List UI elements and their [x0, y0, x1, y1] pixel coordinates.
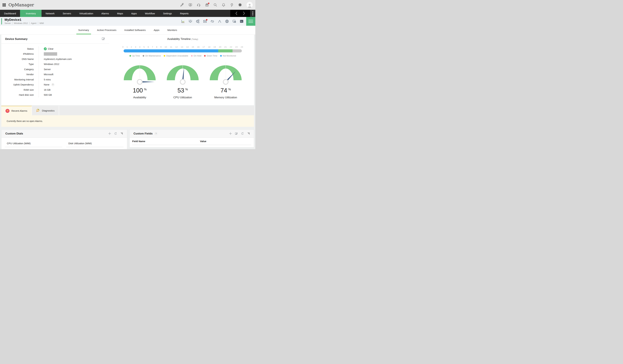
legend-on-maintenance: On Maintenance	[143, 55, 161, 57]
presentation-play-icon[interactable]	[188, 3, 192, 7]
nav-item-network[interactable]: Network	[42, 10, 59, 17]
nav-item-servers[interactable]: Servers	[59, 10, 75, 17]
fields-table-divider	[132, 145, 251, 145]
legend-dependent-unavailable: Dependent Unavailable	[164, 55, 188, 57]
timeline-legend: Up Time On Maintenance Dependent Unavail…	[111, 55, 254, 57]
nav-item-maps[interactable]: Maps	[113, 10, 127, 17]
availability-label: Availability	[122, 96, 158, 99]
timeline-axis: 0123456789101112131415161718192021222324	[122, 46, 243, 48]
nav-item-reports[interactable]: Reports	[176, 10, 193, 17]
summary-row-status: Status Clear	[1, 46, 109, 51]
uplink-help-icon[interactable]: ?	[51, 83, 54, 86]
gift-icon[interactable]	[205, 3, 209, 7]
headset-icon[interactable]	[197, 3, 200, 7]
legend-up-time: Up Time	[130, 55, 140, 57]
ip-redacted-box	[44, 52, 57, 56]
device-summary-title: Device Summary	[5, 38, 27, 41]
custom-fields-help-icon[interactable]: ?	[155, 132, 157, 135]
legend-not-monitored: Not Monitored	[220, 55, 236, 57]
custom-fields-header: Custom Fields ?	[130, 129, 254, 138]
add-field-icon[interactable]	[229, 132, 232, 135]
cpu-label: CPU Utilization	[165, 96, 201, 99]
nav-item-dashboard[interactable]: Dashboard	[0, 10, 20, 17]
performance-graph-icon[interactable]	[181, 19, 185, 23]
plug-icon[interactable]	[230, 3, 234, 7]
summary-row-ram: RAM size 16 GB	[1, 87, 109, 92]
tab-active-processes[interactable]: Active Processes	[97, 26, 116, 35]
nav-item-inventory[interactable]: Inventory	[20, 10, 42, 17]
rocket-icon[interactable]	[180, 3, 184, 7]
category-value: Server	[39, 67, 109, 72]
gear-icon[interactable]	[238, 3, 242, 7]
tab-monitors[interactable]: Monitors	[167, 26, 177, 35]
type-value: Windows 2012	[39, 62, 109, 67]
globe-icon[interactable]	[225, 19, 229, 23]
summary-row-type: Type Windows 2012	[1, 62, 109, 67]
recent-alarms-bell-icon	[5, 109, 9, 113]
device-summary-header: Device Summary	[1, 35, 109, 43]
gauge-row: 100% Availability 53% CPU Utilization	[111, 58, 254, 99]
expand-dials-icon[interactable]	[120, 132, 123, 135]
remote-desktop-icon[interactable]	[232, 19, 236, 23]
network-path-icon[interactable]	[218, 19, 222, 23]
nav-item-settings[interactable]: Settings	[159, 10, 176, 17]
alarms-empty-state: Currently there are no open Alarms.	[1, 115, 254, 127]
mail-icon[interactable]	[203, 19, 207, 23]
custom-dials-card: Custom Dials CPU Utilization (WMI) Disk …	[1, 129, 127, 149]
alarm-bell-icon[interactable]	[188, 19, 192, 23]
more-menu-icon[interactable]	[250, 10, 255, 17]
summary-row-vendor: Vendor Microsoft	[1, 72, 109, 77]
expand-fields-icon[interactable]	[247, 132, 250, 135]
memory-value: 74%	[208, 87, 244, 94]
chevron-right-icon[interactable]	[243, 11, 245, 16]
dial-disk-utilization-label: Disk Utilization (WMI)	[68, 142, 92, 145]
status-value: Clear	[48, 47, 54, 50]
bell-icon[interactable]	[222, 3, 225, 7]
custom-dials-header: Custom Dials	[1, 129, 127, 138]
device-accent-bar	[1, 18, 2, 24]
no-alarms-message: Currently there are no open Alarms.	[7, 120, 43, 122]
nav-item-alarms[interactable]: Alarms	[97, 10, 113, 17]
sync-loop-icon[interactable]	[210, 19, 214, 23]
alarm-tab-strip: Recent Alarms Diagnostics	[1, 106, 254, 115]
device-meta-category: Server	[4, 22, 12, 24]
timeline-subtitle: (Today)	[191, 38, 198, 40]
refresh-fields-icon[interactable]	[241, 132, 244, 135]
add-dial-icon[interactable]	[108, 132, 111, 135]
nav-item-virtualization[interactable]: Virtualization	[75, 10, 97, 17]
terminal-icon[interactable]	[240, 19, 244, 23]
chevron-left-icon[interactable]	[235, 11, 238, 16]
refresh-dials-icon[interactable]	[114, 132, 117, 135]
topbar-icon-group	[180, 2, 253, 8]
summary-row-category: Category Server	[1, 67, 109, 72]
tab-installed-softwares[interactable]: Installed Softwares	[124, 26, 146, 35]
availability-value: 100%	[122, 87, 158, 94]
device-tab-strip: Summary Active Processes Installed Softw…	[0, 26, 255, 35]
availability-panel: Availability Timeline (Today) 0123456789…	[111, 35, 254, 105]
uplink-value: None	[44, 83, 49, 86]
edit-device-summary-icon[interactable]	[102, 37, 105, 41]
alarms-section: Recent Alarms Diagnostics Currently ther…	[1, 106, 254, 127]
search-icon[interactable]	[213, 3, 217, 7]
nav-item-apps[interactable]: Apps	[127, 10, 141, 17]
workflow-icon[interactable]	[196, 19, 200, 23]
device-info: MyDevice1 Server Windows 2012 Agent WMI	[4, 17, 45, 26]
availability-timeline-bar[interactable]	[124, 49, 242, 52]
tab-diagnostics[interactable]: Diagnostics	[32, 106, 59, 115]
custom-fields-columns: Field Name Value	[130, 138, 254, 143]
edit-fields-icon[interactable]	[235, 132, 238, 135]
device-meta-type: Windows 2012	[12, 22, 29, 24]
custom-fields-body: Field Name Value	[130, 138, 254, 145]
apps-grid-icon[interactable]	[3, 3, 6, 6]
custom-dials-actions	[108, 132, 123, 135]
main-nav: Dashboard Inventory Network Servers Virt…	[0, 10, 255, 17]
user-avatar[interactable]	[246, 2, 253, 8]
tab-recent-alarms[interactable]: Recent Alarms	[1, 106, 32, 115]
product-logo: OpManager	[8, 2, 34, 7]
legend-on-hold: On Hold	[191, 55, 201, 57]
tab-summary[interactable]: Summary	[78, 26, 89, 35]
monitoring-interval-value: 5 mins	[39, 77, 109, 82]
hamburger-menu-icon[interactable]	[246, 17, 255, 26]
nav-item-workflow[interactable]: Workflow	[141, 10, 159, 17]
tab-apps[interactable]: Apps	[154, 26, 159, 35]
